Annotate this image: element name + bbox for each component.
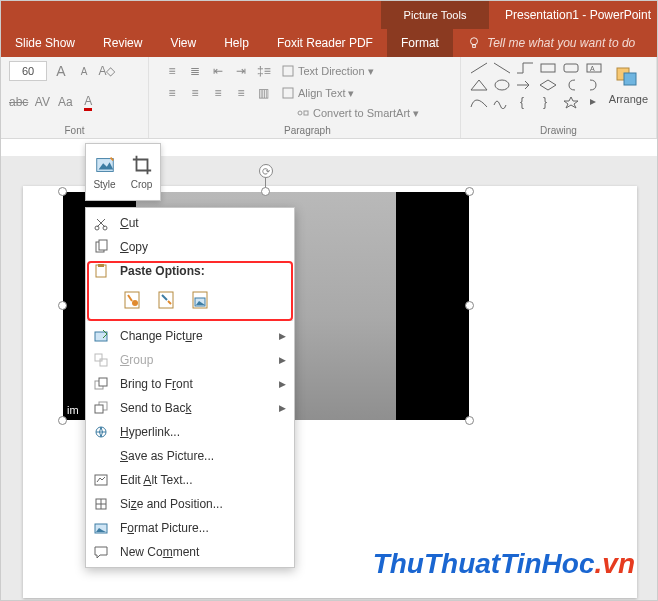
resize-handle-mr[interactable]: [465, 301, 474, 310]
submenu-arrow-icon: ▶: [279, 403, 286, 413]
group-icon: [92, 351, 110, 369]
align-center-button[interactable]: ≡: [186, 83, 204, 103]
menu-save-as-picture[interactable]: Save as Picture...: [86, 444, 294, 468]
font-color-button[interactable]: A: [79, 92, 97, 112]
menu-format-picture[interactable]: Format Picture...: [86, 516, 294, 540]
resize-handle-tm[interactable]: [261, 187, 270, 196]
menu-size-position[interactable]: Size and Position...: [86, 492, 294, 516]
paste-option-dest-theme[interactable]: [120, 287, 144, 311]
svg-point-4: [298, 111, 302, 115]
align-text-button[interactable]: Align Text ▾: [278, 85, 358, 101]
shape-line2-icon: [492, 61, 512, 75]
svg-rect-2: [283, 66, 293, 76]
grow-font-button[interactable]: A: [52, 61, 70, 81]
svg-rect-8: [541, 64, 555, 72]
text-direction-icon: [281, 64, 295, 78]
shape-star-icon: [561, 95, 581, 109]
columns-button[interactable]: ▥: [255, 83, 273, 103]
shape-oval-icon: [492, 78, 512, 92]
shape-brace-l-icon: [561, 78, 581, 92]
image-corner-label: im: [67, 404, 79, 416]
rotate-handle[interactable]: ⟳: [259, 164, 273, 178]
menu-change-picture[interactable]: Change Picture ▶: [86, 324, 294, 348]
text-direction-button[interactable]: Text Direction ▾: [278, 63, 377, 79]
watermark: ThuThuatTinHoc.vn: [373, 548, 635, 580]
align-right-button[interactable]: ≡: [209, 83, 227, 103]
clear-formatting-button[interactable]: A◇: [98, 61, 116, 81]
mini-toolbar: Style Crop: [85, 143, 161, 201]
svg-point-0: [470, 38, 477, 45]
watermark-main: ThuThuatTinHoc: [373, 548, 595, 579]
menu-hyperlink[interactable]: Hyperlink...: [86, 420, 294, 444]
resize-handle-tr[interactable]: [465, 187, 474, 196]
svg-rect-3: [283, 88, 293, 98]
submenu-arrow-icon: ▶: [279, 355, 286, 365]
menu-edit-alt-text[interactable]: Edit Alt Text...: [86, 468, 294, 492]
tab-view[interactable]: View: [156, 29, 210, 57]
paste-option-keep-source[interactable]: [154, 287, 178, 311]
svg-rect-38: [99, 378, 107, 386]
menu-send-to-back[interactable]: Send to Back ▶: [86, 396, 294, 420]
strikethrough-button[interactable]: abc: [9, 92, 28, 112]
char-spacing-button[interactable]: AV: [33, 92, 51, 112]
resize-handle-br[interactable]: [465, 416, 474, 425]
svg-rect-27: [98, 264, 104, 267]
svg-text:{: {: [520, 95, 524, 109]
shape-scribble-icon: [492, 95, 512, 109]
menu-copy[interactable]: Copy: [86, 235, 294, 259]
decrease-indent-button[interactable]: ⇤: [209, 61, 227, 81]
drawing-group-label: Drawing: [469, 125, 648, 136]
shape-rect-icon: [538, 61, 558, 75]
crop-button[interactable]: Crop: [123, 144, 160, 200]
menu-cut[interactable]: Cut: [86, 211, 294, 235]
tab-format[interactable]: Format: [387, 29, 453, 57]
line-spacing-button[interactable]: ‡≡: [255, 61, 273, 81]
shape-more-icon: [584, 95, 604, 109]
paste-option-picture[interactable]: [188, 287, 212, 311]
svg-text:A: A: [590, 65, 595, 72]
shape-arrow-icon: [515, 78, 535, 92]
picture-style-icon: [94, 154, 116, 176]
tab-review[interactable]: Review: [89, 29, 156, 57]
change-case-button[interactable]: Aa: [56, 92, 74, 112]
tab-help[interactable]: Help: [210, 29, 263, 57]
shape-connector-icon: [515, 61, 535, 75]
svg-line-6: [471, 63, 487, 73]
style-button[interactable]: Style: [86, 144, 123, 200]
svg-rect-35: [95, 354, 102, 361]
window-title: Presentation1 - PowerPoint: [489, 1, 657, 29]
numbering-button[interactable]: ≣: [186, 61, 204, 81]
resize-handle-bl[interactable]: [58, 416, 67, 425]
increase-indent-button[interactable]: ⇥: [232, 61, 250, 81]
arrange-button[interactable]: Arrange: [609, 65, 648, 105]
shrink-font-button[interactable]: A: [75, 61, 93, 81]
svg-marker-14: [540, 80, 556, 90]
svg-rect-40: [95, 405, 103, 413]
shape-roundrect-icon: [561, 61, 581, 75]
convert-smartart-button[interactable]: Convert to SmartArt ▾: [293, 105, 422, 121]
justify-button[interactable]: ≡: [232, 83, 250, 103]
paragraph-group-label: Paragraph: [163, 125, 452, 136]
tell-me-search[interactable]: Tell me what you want to do: [467, 36, 635, 50]
tab-slideshow[interactable]: Slide Show: [1, 29, 89, 57]
crop-icon: [131, 154, 153, 176]
format-picture-icon: [92, 519, 110, 537]
svg-marker-12: [471, 80, 487, 90]
align-left-button[interactable]: ≡: [163, 83, 181, 103]
ribbon-group-paragraph: ≡ ≣ ⇤ ⇥ ‡≡ Text Direction ▾ ≡ ≡ ≡ ≡ ▥ Al…: [149, 57, 461, 138]
tab-foxit[interactable]: Foxit Reader PDF: [263, 29, 387, 57]
svg-rect-25: [99, 240, 107, 250]
arrange-icon: [614, 65, 642, 91]
resize-handle-tl[interactable]: [58, 187, 67, 196]
watermark-suffix: .vn: [595, 548, 635, 579]
paste-options-row: [86, 283, 294, 317]
bullets-button[interactable]: ≡: [163, 61, 181, 81]
shapes-gallery[interactable]: A { }: [469, 61, 604, 109]
menu-new-comment[interactable]: New Comment: [86, 540, 294, 564]
menu-bring-to-front[interactable]: Bring to Front ▶: [86, 372, 294, 396]
size-position-icon: [92, 495, 110, 513]
resize-handle-ml[interactable]: [58, 301, 67, 310]
svg-rect-9: [564, 64, 578, 72]
contextual-tab-label: Picture Tools: [381, 1, 489, 29]
font-size-input[interactable]: [9, 61, 47, 81]
